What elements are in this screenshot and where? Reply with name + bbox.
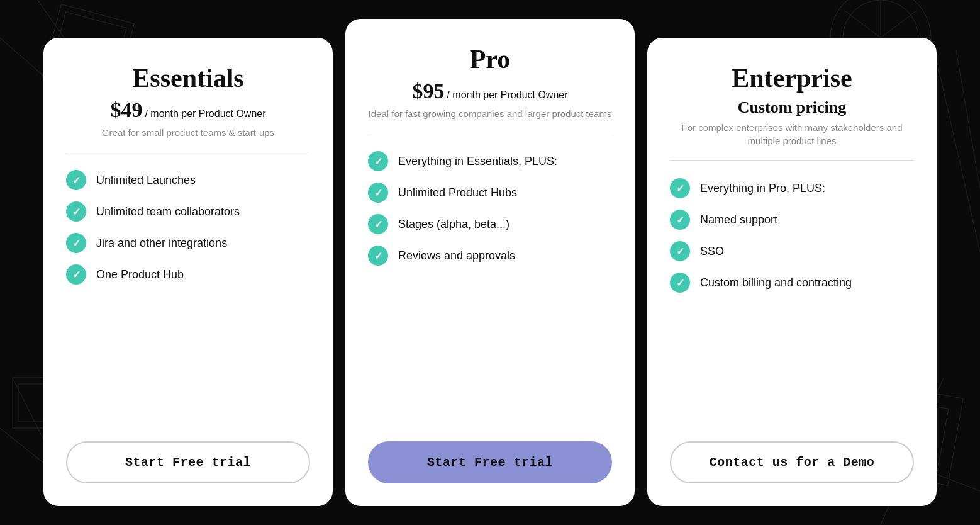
feature-text: SSO (700, 245, 724, 258)
check-icon (66, 170, 86, 190)
plan-name-enterprise: Enterprise (670, 63, 914, 93)
feature-item: Reviews and approvals (368, 246, 612, 266)
feature-text: Jira and other integrations (96, 237, 227, 250)
feature-text: Reviews and approvals (398, 249, 515, 262)
feature-item: SSO (670, 241, 914, 261)
check-icon (368, 183, 388, 203)
enterprise-cta-button[interactable]: Contact us for a Demo (670, 441, 914, 483)
feature-item: One Product Hub (66, 264, 310, 285)
feature-text: Everything in Pro, PLUS: (700, 182, 825, 195)
feature-item: Everything in Essentials, PLUS: (368, 151, 612, 171)
feature-item: Unlimited Product Hubs (368, 183, 612, 203)
feature-item: Jira and other integrations (66, 233, 310, 253)
plan-subtitle-pro: Ideal for fast growing companies and lar… (368, 107, 612, 120)
plan-price-pro: $95 / month per Product Owner (368, 79, 612, 103)
plan-subtitle-enterprise: For complex enterprises with many stakeh… (670, 121, 914, 147)
price-period-essentials: / month per Product Owner (145, 108, 265, 119)
feature-item: Stages (alpha, beta...) (368, 214, 612, 234)
check-icon (670, 241, 690, 261)
plan-divider-essentials (66, 152, 310, 152)
features-list-pro: Everything in Essentials, PLUS: Unlimite… (368, 151, 612, 421)
features-list-essentials: Unlimited Launches Unlimited team collab… (66, 170, 310, 421)
check-icon (368, 246, 388, 266)
pricing-container: Essentials $49 / month per Product Owner… (0, 0, 980, 525)
feature-item: Unlimited team collaborators (66, 201, 310, 222)
plan-subtitle-essentials: Great for small product teams & start-up… (66, 126, 310, 139)
pro-cta-button[interactable]: Start Free trial (368, 441, 612, 483)
check-icon (670, 210, 690, 230)
price-amount-pro: $95 (412, 79, 444, 103)
features-list-enterprise: Everything in Pro, PLUS: Named support S… (670, 178, 914, 421)
feature-text: Named support (700, 213, 777, 227)
plan-divider-enterprise (670, 160, 914, 161)
plan-card-enterprise: Enterprise Custom pricing For complex en… (647, 38, 937, 506)
feature-text: Unlimited Product Hubs (398, 186, 517, 200)
plan-divider-pro (368, 133, 612, 133)
feature-text: Custom billing and contracting (700, 276, 852, 290)
plan-card-pro: Pro $95 / month per Product Owner Ideal … (345, 19, 635, 506)
feature-text: Stages (alpha, beta...) (398, 218, 509, 231)
custom-pricing-label: Custom pricing (670, 98, 914, 117)
feature-text: Everything in Essentials, PLUS: (398, 155, 557, 168)
check-icon (368, 151, 388, 171)
price-period-pro: / month per Product Owner (447, 89, 567, 100)
plan-price-essentials: $49 / month per Product Owner (66, 98, 310, 122)
price-amount-essentials: $49 (110, 98, 142, 121)
feature-text: Unlimited Launches (96, 174, 196, 187)
feature-item: Named support (670, 210, 914, 230)
plan-name-essentials: Essentials (66, 63, 310, 93)
feature-item: Unlimited Launches (66, 170, 310, 190)
check-icon (670, 273, 690, 293)
check-icon (66, 264, 86, 285)
plan-card-essentials: Essentials $49 / month per Product Owner… (43, 38, 333, 506)
essentials-cta-button[interactable]: Start Free trial (66, 441, 310, 483)
check-icon (670, 178, 690, 198)
check-icon (66, 201, 86, 222)
feature-item: Everything in Pro, PLUS: (670, 178, 914, 198)
feature-text: One Product Hub (96, 268, 184, 281)
feature-text: Unlimited team collaborators (96, 205, 240, 218)
check-icon (66, 233, 86, 253)
feature-item: Custom billing and contracting (670, 273, 914, 293)
check-icon (368, 214, 388, 234)
plan-name-pro: Pro (368, 44, 612, 74)
